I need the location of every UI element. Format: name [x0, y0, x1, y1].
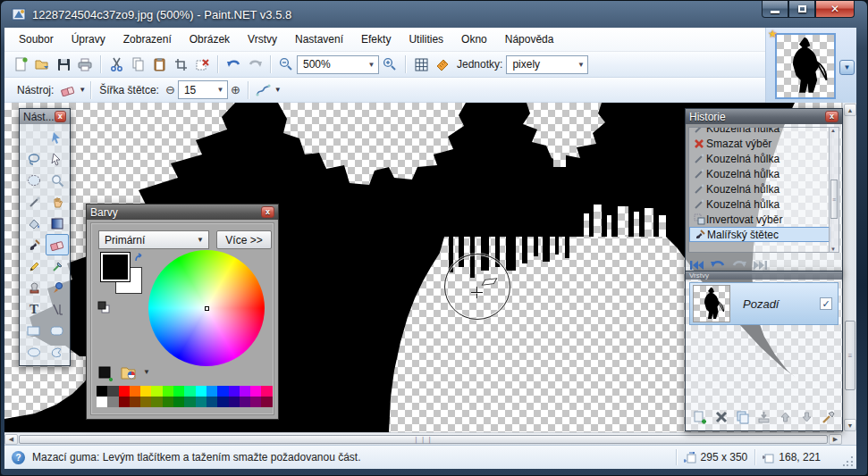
add-palette-color-icon[interactable]: [98, 366, 114, 381]
history-item[interactable]: Invertovat výběr: [689, 212, 830, 227]
grid-toggle-button[interactable]: [411, 54, 431, 74]
new-file-button[interactable]: [11, 54, 30, 74]
chevron-down-icon[interactable]: ▼: [79, 86, 86, 94]
scroll-up-icon[interactable]: ▲: [830, 128, 836, 133]
history-item[interactable]: Kouzelná hůlka: [689, 151, 830, 166]
tool-pencil[interactable]: [22, 255, 46, 277]
move-layer-up-button[interactable]: [776, 408, 795, 427]
add-layer-button[interactable]: [690, 408, 709, 427]
palette-swatch[interactable]: [206, 386, 217, 397]
swap-colors-icon[interactable]: [134, 253, 147, 265]
palette-swatch[interactable]: [163, 386, 173, 397]
palette-swatch[interactable]: [163, 397, 173, 407]
palette-swatch[interactable]: [173, 386, 184, 397]
layer-properties-button[interactable]: [819, 408, 838, 427]
active-image-thumbnail[interactable]: [775, 33, 836, 99]
history-scroll-thumb[interactable]: ≡: [830, 180, 838, 219]
paste-button[interactable]: [149, 54, 169, 74]
decrease-width-button[interactable]: ⊖: [165, 83, 175, 96]
layer-visibility-checkbox[interactable]: ✓: [820, 297, 832, 310]
menu-soubor[interactable]: Soubor: [10, 29, 63, 50]
delete-layer-button[interactable]: [712, 408, 730, 427]
palette-swatch[interactable]: [217, 386, 228, 397]
scroll-down-icon[interactable]: ▼: [830, 246, 836, 252]
tool-text[interactable]: T: [22, 298, 46, 320]
close-icon[interactable]: x: [261, 206, 274, 218]
menu-efekty[interactable]: Efekty: [352, 29, 400, 50]
tool-rectangle-select[interactable]: [22, 127, 46, 148]
more-button[interactable]: Více >>: [216, 230, 272, 249]
palette-swatch[interactable]: [173, 397, 184, 407]
layer-row-background[interactable]: Pozadí ✓: [689, 282, 839, 325]
minimize-button[interactable]: [762, 1, 788, 18]
tool-recolor[interactable]: [46, 277, 69, 298]
tool-rounded-rectangle[interactable]: [46, 320, 69, 341]
crop-button[interactable]: [171, 54, 190, 74]
save-button[interactable]: [54, 54, 73, 74]
resize-grip[interactable]: [843, 455, 854, 466]
palette-swatch[interactable]: [240, 386, 250, 397]
palette-swatch[interactable]: [250, 386, 261, 397]
close-icon[interactable]: x: [55, 111, 66, 122]
history-item[interactable]: Kouzelná hůlka: [689, 196, 830, 212]
vertical-scrollbar[interactable]: ▲ ≡ ▼: [842, 103, 856, 432]
active-tool-button[interactable]: [58, 80, 78, 100]
color-mode-select[interactable]: Primární ▼: [98, 230, 209, 249]
history-item[interactable]: Kouzelná hůlka: [689, 127, 830, 136]
cut-button[interactable]: [106, 54, 126, 74]
history-scrollbar[interactable]: ▲ ≡ ▼: [829, 127, 839, 253]
history-item[interactable]: Kouzelná hůlka: [689, 166, 830, 181]
chevron-down-icon[interactable]: ▼: [274, 86, 282, 94]
history-item[interactable]: Kouzelná hůlka: [689, 181, 830, 196]
print-button[interactable]: [75, 54, 95, 74]
tool-color-picker[interactable]: [46, 255, 69, 277]
palette-swatch[interactable]: [261, 386, 272, 397]
tool-zoom[interactable]: [46, 170, 69, 191]
units-select[interactable]: pixely ▼: [506, 55, 588, 74]
tool-pan[interactable]: [46, 191, 69, 213]
primary-color-swatch[interactable]: [100, 252, 131, 282]
menu-upravy[interactable]: Úpravy: [63, 29, 114, 50]
duplicate-layer-button[interactable]: [733, 408, 752, 427]
tool-line-curve[interactable]: [46, 298, 69, 320]
open-file-button[interactable]: [32, 54, 52, 74]
chevron-down-icon[interactable]: ▼: [143, 368, 150, 376]
palette-swatch[interactable]: [151, 386, 162, 397]
palette-swatch[interactable]: [119, 386, 130, 397]
tool-magic-wand[interactable]: [22, 191, 46, 213]
restore-button[interactable]: [788, 1, 815, 18]
undo-history-button[interactable]: [710, 259, 726, 271]
palette-swatch[interactable]: [140, 386, 151, 397]
menu-okno[interactable]: Okno: [452, 29, 496, 50]
tool-gradient[interactable]: [46, 213, 69, 234]
palette-swatch[interactable]: [151, 397, 162, 407]
deselect-button[interactable]: [192, 54, 212, 74]
palette-swatch[interactable]: [196, 386, 206, 397]
palette-swatch[interactable]: [107, 386, 118, 397]
tool-clone-stamp[interactable]: [22, 277, 46, 298]
palette-swatch[interactable]: [97, 386, 107, 397]
scroll-up-button[interactable]: ▲: [844, 104, 856, 116]
close-icon[interactable]: x: [825, 111, 839, 122]
menu-utilities[interactable]: Utilities: [400, 29, 452, 50]
undo-button[interactable]: [223, 54, 243, 74]
palette-swatch[interactable]: [261, 397, 272, 407]
fast-forward-all-button[interactable]: [753, 260, 768, 271]
palette-swatch[interactable]: [140, 397, 151, 407]
palette-swatch[interactable]: [184, 397, 195, 407]
redo-button[interactable]: [245, 54, 265, 74]
image-list-chevron-button[interactable]: ▼: [839, 60, 855, 75]
horizontal-scroll-thumb[interactable]: ❘❘❘: [19, 435, 828, 444]
palette-swatch[interactable]: [184, 386, 195, 397]
palette-swatch[interactable]: [130, 397, 140, 407]
palette-swatch[interactable]: [119, 397, 130, 407]
tool-move-selected-pixels[interactable]: [46, 127, 69, 148]
palette-swatch[interactable]: [217, 397, 228, 407]
tool-paintbrush[interactable]: [22, 234, 46, 255]
move-layer-down-button[interactable]: [797, 408, 816, 427]
menu-zobrazeni[interactable]: Zobrazení: [114, 29, 181, 50]
scroll-right-button[interactable]: ▶: [829, 434, 842, 445]
scroll-left-button[interactable]: ◀: [4, 434, 18, 445]
increase-width-button[interactable]: ⊕: [231, 83, 240, 96]
zoom-level-select[interactable]: 500% ▼: [297, 55, 379, 74]
